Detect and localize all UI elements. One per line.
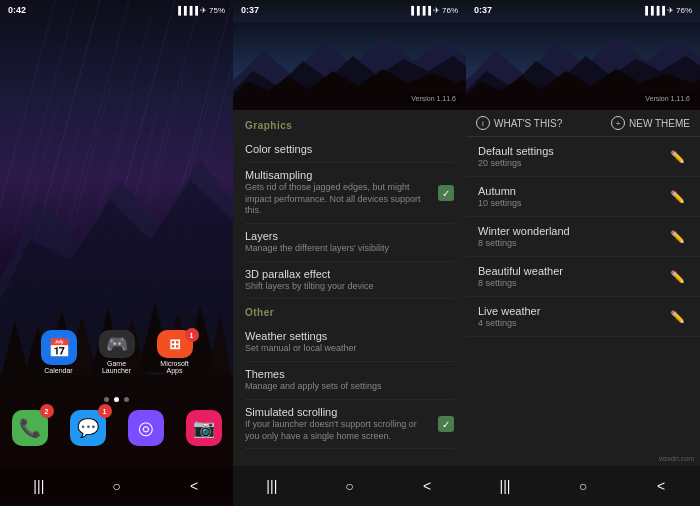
multisampling-checkbox[interactable]: ✓ xyxy=(438,185,454,201)
settings-item-parallax[interactable]: 3D parallax effect Shift layers by tilti… xyxy=(245,262,454,300)
nav-home-panel2[interactable]: ○ xyxy=(334,476,364,496)
statusbar-panel2: 0:37 ▐▐▐▐ ✈ 76% xyxy=(233,0,466,20)
theme-item-autumn[interactable]: Autumn 10 settings ✏️ xyxy=(466,177,700,217)
settings-item-multisampling[interactable]: Multisampling Gets rid of those jagged e… xyxy=(245,163,454,224)
whats-this-label: WHAT'S THIS? xyxy=(494,118,562,129)
nav-menu-panel3[interactable]: ||| xyxy=(490,476,520,496)
theme-winter-name: Winter wonderland xyxy=(478,225,570,237)
layers-subtitle: Manage the different layers' visibility xyxy=(245,243,454,255)
wifi-icon: ✈ xyxy=(200,6,207,15)
nav-bar-panel2: ||| ○ < xyxy=(233,466,466,506)
battery-label-p2: 76% xyxy=(442,6,458,15)
dock: 2 📞 1 💬 ◎ 📷 xyxy=(0,406,233,458)
dock-bixby[interactable]: ◎ xyxy=(124,406,168,450)
nav-bar-panel1: ||| ○ < xyxy=(0,466,233,506)
color-settings-title: Color settings xyxy=(245,143,454,155)
theme-winter-edit[interactable]: ✏️ xyxy=(666,226,688,248)
section-label-graphics: Graphics xyxy=(245,120,454,131)
theme-winter-count: 8 settings xyxy=(478,238,570,248)
theme-item-beautiful[interactable]: Beautiful weather 8 settings ✏️ xyxy=(466,257,700,297)
theme-beautiful-count: 8 settings xyxy=(478,278,563,288)
theme-default-count: 20 settings xyxy=(478,158,554,168)
section-label-other: Other xyxy=(245,307,454,318)
signal-icon: ▐▐▐▐ xyxy=(175,6,198,15)
wifi-icon-p2: ✈ xyxy=(433,6,440,15)
nav-menu-panel2[interactable]: ||| xyxy=(257,476,287,496)
checkmark-scroll-icon: ✓ xyxy=(442,419,450,430)
settings-item-layers[interactable]: Layers Manage the different layers' visi… xyxy=(245,224,454,262)
battery-label: 75% xyxy=(209,6,225,15)
settings-item-themes[interactable]: Themes Manage and apply sets of settings xyxy=(245,362,454,400)
info-icon: i xyxy=(476,116,490,130)
theme-autumn-name: Autumn xyxy=(478,185,522,197)
time-panel3: 0:37 xyxy=(474,5,492,15)
status-icons-panel2: ▐▐▐▐ ✈ 76% xyxy=(408,6,458,15)
nav-home-panel3[interactable]: ○ xyxy=(568,476,598,496)
theme-autumn-edit[interactable]: ✏️ xyxy=(666,186,688,208)
scroll-title: Simulated scrolling xyxy=(245,406,430,418)
scroll-subtitle: If your launcher doesn't support scrolli… xyxy=(245,419,430,442)
theme-beautiful-edit[interactable]: ✏️ xyxy=(666,266,688,288)
status-icons-panel1: ▐▐▐▐ ✈ 75% xyxy=(175,6,225,15)
panel-home: 0:42 ▐▐▐▐ ✈ 75% 📅 Calendar 🎮 Game Launch… xyxy=(0,0,233,506)
theme-beautiful-name: Beautiful weather xyxy=(478,265,563,277)
statusbar-panel1: 0:42 ▐▐▐▐ ✈ 75% xyxy=(0,0,233,20)
weather-subtitle: Set manual or local weather xyxy=(245,343,454,355)
scroll-checkbox[interactable]: ✓ xyxy=(438,416,454,432)
themes-header-image: 0:37 ▐▐▐▐ ✈ 76% Version 1.11.6 xyxy=(466,0,700,110)
themes-nav-header: i WHAT'S THIS? + NEW THEME xyxy=(466,110,700,137)
nav-menu-panel1[interactable]: ||| xyxy=(24,476,54,496)
version-badge-p3: Version 1.11.6 xyxy=(641,93,694,104)
theme-default-edit[interactable]: ✏️ xyxy=(666,146,688,168)
theme-item-live[interactable]: Live weather 4 settings ✏️ xyxy=(466,297,700,337)
app-calendar[interactable]: 📅 Calendar xyxy=(37,330,81,374)
page-dot-1 xyxy=(104,397,109,402)
signal-icon-p3: ▐▐▐▐ xyxy=(642,6,665,15)
plus-icon: + xyxy=(611,116,625,130)
nav-back-panel2[interactable]: < xyxy=(412,476,442,496)
nav-bar-panel3: ||| ○ < xyxy=(466,466,700,506)
panel-settings: 0:37 ▐▐▐▐ ✈ 76% Version 1.11.6 xyxy=(233,0,466,506)
signal-icon-p2: ▐▐▐▐ xyxy=(408,6,431,15)
app-game-launcher-label: Game Launcher xyxy=(95,360,139,374)
theme-item-default[interactable]: Default settings 20 settings ✏️ xyxy=(466,137,700,177)
settings-item-weather[interactable]: Weather settings Set manual or local wea… xyxy=(245,324,454,362)
battery-label-p3: 76% xyxy=(676,6,692,15)
themes-subtitle: Manage and apply sets of settings xyxy=(245,381,454,393)
app-game-launcher[interactable]: 🎮 Game Launcher xyxy=(95,330,139,374)
app-microsoft-badge: 1 xyxy=(185,328,199,342)
dock-phone-badge: 2 xyxy=(40,404,54,418)
time-panel1: 0:42 xyxy=(8,5,26,15)
theme-list: Default settings 20 settings ✏️ Autumn 1… xyxy=(466,137,700,459)
dock-phone[interactable]: 2 📞 xyxy=(8,406,52,450)
new-theme-button[interactable]: + NEW THEME xyxy=(611,116,690,130)
dock-messages[interactable]: 1 💬 xyxy=(66,406,110,450)
wifi-icon-p3: ✈ xyxy=(667,6,674,15)
theme-item-winter[interactable]: Winter wonderland 8 settings ✏️ xyxy=(466,217,700,257)
theme-live-name: Live weather xyxy=(478,305,540,317)
nav-back-panel3[interactable]: < xyxy=(646,476,676,496)
app-microsoft[interactable]: 1 ⊞ Microsoft Apps xyxy=(153,330,197,374)
settings-content: Graphics Color settings Multisampling Ge… xyxy=(233,110,466,466)
panel-themes: 0:37 ▐▐▐▐ ✈ 76% Version 1.11.6 xyxy=(466,0,700,506)
dock-messages-badge: 1 xyxy=(98,404,112,418)
statusbar-panel3: 0:37 ▐▐▐▐ ✈ 76% xyxy=(466,0,700,20)
dock-camera[interactable]: 📷 xyxy=(182,406,226,450)
theme-autumn-count: 10 settings xyxy=(478,198,522,208)
multisampling-subtitle: Gets rid of those jagged edges, but migh… xyxy=(245,182,430,217)
settings-item-color[interactable]: Color settings xyxy=(245,137,454,163)
weather-title: Weather settings xyxy=(245,330,454,342)
page-dot-3 xyxy=(124,397,129,402)
whats-this-button[interactable]: i WHAT'S THIS? xyxy=(476,116,562,130)
page-dot-2-active xyxy=(114,397,119,402)
theme-live-edit[interactable]: ✏️ xyxy=(666,306,688,328)
status-icons-panel3: ▐▐▐▐ ✈ 76% xyxy=(642,6,692,15)
layers-title: Layers xyxy=(245,230,454,242)
settings-item-scroll[interactable]: Simulated scrolling If your launcher doe… xyxy=(245,400,454,449)
parallax-title: 3D parallax effect xyxy=(245,268,454,280)
theme-default-name: Default settings xyxy=(478,145,554,157)
checkmark-icon: ✓ xyxy=(442,188,450,199)
themes-title: Themes xyxy=(245,368,454,380)
nav-home-panel1[interactable]: ○ xyxy=(101,476,131,496)
nav-back-panel1[interactable]: < xyxy=(179,476,209,496)
